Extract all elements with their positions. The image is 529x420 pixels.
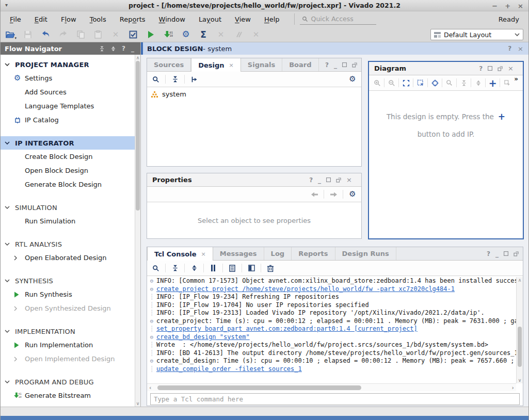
flow-item-settings[interactable]: ⚙ Settings: [1, 71, 140, 85]
close-tab-icon[interactable]: ×: [201, 251, 206, 257]
help-icon[interactable]: ?: [508, 45, 511, 53]
scrollbar-thumb[interactable]: [157, 385, 361, 390]
console-line[interactable]: update_compile_order -fileset sources_1: [156, 365, 302, 374]
help-icon[interactable]: ?: [309, 176, 313, 184]
close-tab-icon[interactable]: ×: [229, 62, 234, 69]
tab-messages[interactable]: Messages: [213, 247, 264, 260]
scrollbar-thumb[interactable]: [518, 327, 522, 367]
design-tree-root[interactable]: system: [147, 87, 361, 98]
window-minimize-button[interactable]: −: [492, 2, 498, 10]
window-menu-icon[interactable]: ▾: [5, 2, 8, 8]
console-line[interactable]: create_bd_design "system": [156, 333, 250, 342]
maximize-panel-icon[interactable]: [326, 177, 331, 182]
minimize-panel-icon[interactable]: _: [495, 250, 499, 257]
minimize-panel-icon[interactable]: _: [131, 45, 134, 52]
console-output[interactable]: ⊖INFO: [Common 17-1573] Object avnet.com…: [147, 277, 523, 383]
scroll-down-icon[interactable]: ∨: [135, 401, 140, 406]
collapse-all-icon[interactable]: [170, 74, 180, 85]
flow-item-generate-bitstream[interactable]: 0110 Generate Bitstream: [1, 389, 140, 402]
flow-item-ip-catalog[interactable]: IP Catalog: [1, 113, 140, 127]
help-icon[interactable]: ?: [487, 250, 490, 257]
expand-all-icon[interactable]: [110, 46, 116, 52]
scroll-up-icon[interactable]: ∧: [517, 278, 523, 283]
tab-design[interactable]: Design×: [191, 58, 241, 72]
menu-edit[interactable]: Edit: [35, 15, 47, 23]
diagram-canvas[interactable]: This design is empty. Press the + button…: [369, 92, 523, 238]
help-icon[interactable]: ?: [325, 61, 329, 69]
flow-section-project-manager[interactable]: PROJECT MANAGER: [1, 58, 140, 71]
collapse-node-icon[interactable]: ⊖: [147, 317, 156, 326]
menu-flow[interactable]: Flow: [61, 15, 76, 23]
goto-source-icon[interactable]: [189, 74, 199, 85]
layout-selector[interactable]: Default Layout: [430, 29, 523, 40]
zoom-fit-icon[interactable]: [402, 78, 410, 88]
console-line[interactable]: set_property board_part avnet.com:zedboa…: [156, 325, 418, 333]
quick-access-search[interactable]: Quick Access: [300, 14, 376, 25]
float-panel-icon[interactable]: [336, 177, 341, 183]
close-block-design-icon[interactable]: ×: [518, 45, 523, 53]
menu-layout[interactable]: Layout: [199, 15, 221, 23]
tab-reports[interactable]: Reports: [292, 247, 335, 260]
copy-log-icon[interactable]: [227, 263, 237, 273]
flow-section-rtl-analysis[interactable]: RTL ANALYSIS: [1, 237, 140, 251]
expand-all-icon[interactable]: [189, 263, 199, 273]
flow-section-synthesis[interactable]: SYNTHESIS: [1, 274, 140, 287]
flow-section-program-and-debug[interactable]: PROGRAM AND DEBUG: [1, 375, 140, 389]
collapse-node-icon[interactable]: ⊖: [147, 333, 156, 342]
menu-file[interactable]: File: [10, 15, 21, 23]
tab-signals[interactable]: Signals: [241, 58, 282, 71]
run-button[interactable]: [145, 29, 156, 40]
menu-tools[interactable]: Tools: [90, 15, 106, 23]
flow-navigator-scrollbar[interactable]: ∧ ∨: [135, 55, 140, 407]
flow-item-open-block-design[interactable]: Open Block Design: [1, 164, 140, 177]
scrollbar-thumb[interactable]: [136, 61, 140, 211]
float-panel-icon[interactable]: [352, 62, 357, 68]
close-panel-icon[interactable]: ×: [346, 176, 352, 184]
settings-gear-icon[interactable]: ⚙: [180, 29, 191, 40]
collapse-all-icon[interactable]: [170, 263, 180, 273]
scroll-up-icon[interactable]: ∧: [135, 55, 140, 60]
menu-window[interactable]: Window: [159, 15, 185, 23]
collapse-node-icon[interactable]: ⊖: [147, 357, 156, 365]
minimize-panel-icon[interactable]: _: [318, 176, 321, 184]
report-sigma-button[interactable]: Σ: [198, 29, 209, 40]
flow-item-add-sources[interactable]: Add Sources: [1, 85, 140, 99]
autofit-target-icon[interactable]: [430, 78, 439, 88]
tcl-command-input[interactable]: [150, 393, 520, 405]
window-maximize-button[interactable]: +: [505, 2, 510, 10]
tab-board[interactable]: Board: [282, 58, 318, 71]
validate-design-button[interactable]: [127, 29, 139, 40]
menu-reports[interactable]: Reports: [120, 15, 146, 23]
gear-icon[interactable]: ⚙: [347, 189, 358, 200]
help-icon[interactable]: ?: [122, 45, 125, 52]
flow-item-run-simulation[interactable]: Run Simulation: [1, 214, 140, 228]
flow-item-language-templates[interactable]: Language Templates: [1, 99, 140, 113]
maximize-panel-icon[interactable]: [504, 251, 508, 256]
trash-icon[interactable]: [265, 263, 276, 273]
word-wrap-icon[interactable]: [246, 263, 257, 273]
collapse-node-icon[interactable]: ⊖: [147, 277, 156, 285]
scroll-right-icon[interactable]: ›: [512, 384, 514, 391]
console-vertical-scrollbar[interactable]: ∧ ∨: [516, 277, 523, 383]
window-close-button[interactable]: ×: [518, 2, 523, 10]
flow-item-open-elaborated-design[interactable]: Open Elaborated Design: [1, 251, 140, 265]
float-panel-icon[interactable]: [514, 251, 519, 256]
collapse-node-icon[interactable]: ⊖: [147, 285, 156, 294]
flow-item-run-implementation[interactable]: Run Implementation: [1, 338, 140, 352]
flow-section-simulation[interactable]: SIMULATION: [1, 201, 140, 214]
zoom-selection-icon[interactable]: [416, 78, 425, 88]
flow-item-generate-block-design[interactable]: Generate Block Design: [1, 177, 140, 191]
tab-log[interactable]: Log: [264, 247, 292, 260]
undo-button[interactable]: [40, 29, 51, 40]
scroll-down-icon[interactable]: ∨: [517, 378, 523, 383]
chevron-right-icon[interactable]: [14, 255, 25, 261]
console-line[interactable]: create_project project /home/steve/proje…: [156, 285, 455, 294]
menu-help[interactable]: Help: [264, 15, 280, 23]
flow-item-create-block-design[interactable]: Create Block Design: [1, 150, 140, 164]
flow-item-run-synthesis[interactable]: Run Synthesis: [1, 287, 140, 301]
tab-sources[interactable]: Sources: [147, 58, 191, 71]
maximize-panel-icon[interactable]: [488, 66, 492, 71]
search-icon[interactable]: [151, 74, 161, 85]
close-panel-icon[interactable]: ×: [508, 64, 514, 72]
search-icon[interactable]: [151, 263, 161, 273]
